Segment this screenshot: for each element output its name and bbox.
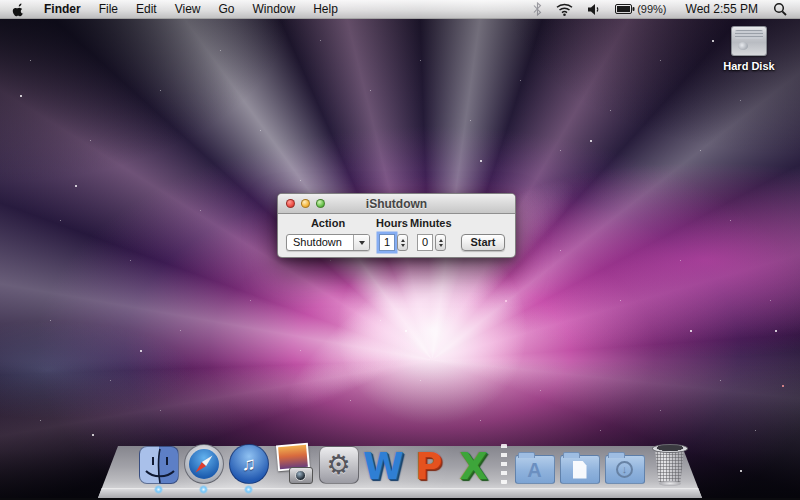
menu-item-edit[interactable]: Edit xyxy=(127,0,166,19)
menu-item-window[interactable]: Window xyxy=(244,0,305,19)
download-arrow-icon: ↓ xyxy=(616,461,633,478)
safari-icon xyxy=(184,444,224,484)
dock-item-documents-folder[interactable] xyxy=(558,442,601,484)
battery-menu[interactable]: (99%) xyxy=(610,0,675,18)
dock: ♫ ⚙ W P X A ↓ xyxy=(137,442,691,484)
stepper-up-icon xyxy=(401,239,405,242)
start-button[interactable]: Start xyxy=(461,234,505,251)
menu-item-view[interactable]: View xyxy=(166,0,210,19)
downloads-folder-icon: ↓ xyxy=(605,455,645,484)
spotlight-menu[interactable] xyxy=(768,0,792,18)
battery-percent: (99%) xyxy=(635,3,670,15)
close-button[interactable] xyxy=(286,199,295,208)
minimize-button[interactable] xyxy=(301,199,310,208)
dock-item-system-preferences[interactable]: ⚙ xyxy=(317,442,360,484)
minutes-label: Minutes xyxy=(410,217,448,229)
action-label: Action xyxy=(286,217,370,229)
action-selected-value: Shutdown xyxy=(293,236,342,248)
wifi-icon xyxy=(556,3,573,16)
dock-item-finder[interactable] xyxy=(137,442,180,484)
menu-bar: Finder File Edit View Go Window Help xyxy=(0,0,800,19)
chevron-down-icon xyxy=(359,241,365,245)
menu-item-app[interactable]: Finder xyxy=(35,0,90,19)
dock-item-powerpoint[interactable]: P xyxy=(407,442,450,484)
menu-item-file[interactable]: File xyxy=(90,0,127,19)
document-page-icon xyxy=(573,461,587,479)
wifi-menu[interactable] xyxy=(551,0,578,18)
dock-item-trash[interactable] xyxy=(648,442,691,484)
hours-label: Hours xyxy=(375,217,409,229)
spotlight-icon xyxy=(773,2,787,16)
action-select[interactable]: Shutdown xyxy=(286,234,370,251)
stepper-up-icon xyxy=(439,239,443,242)
dock-shelf-front xyxy=(98,488,702,498)
gear-icon: ⚙ xyxy=(319,446,359,484)
ishutdown-window: iShutdown Action Hours Minutes Shutdown … xyxy=(277,193,516,258)
word-icon: W xyxy=(363,449,404,484)
dock-item-word[interactable]: W xyxy=(362,442,405,484)
hard-disk-icon xyxy=(731,26,767,56)
stepper-down-icon xyxy=(439,244,443,247)
menu-item-go[interactable]: Go xyxy=(210,0,244,19)
menu-item-help[interactable]: Help xyxy=(304,0,347,19)
hard-disk-desktop-icon[interactable]: Hard Disk xyxy=(718,26,780,72)
documents-folder-icon xyxy=(560,455,600,484)
dock-item-excel[interactable]: X xyxy=(452,442,495,484)
zoom-button[interactable] xyxy=(316,199,325,208)
dock-item-downloads-folder[interactable]: ↓ xyxy=(603,442,646,484)
applications-emblem: A xyxy=(527,460,541,480)
volume-icon xyxy=(587,3,601,16)
menu-bar-status-area: (99%) Wed 2:55 PM xyxy=(528,0,800,18)
menu-clock[interactable]: Wed 2:55 PM xyxy=(680,2,764,16)
bluetooth-menu[interactable] xyxy=(528,0,547,18)
dock-item-iphoto[interactable] xyxy=(272,442,315,484)
apple-menu[interactable] xyxy=(0,2,35,17)
iphoto-icon xyxy=(273,444,315,484)
trash-icon xyxy=(652,444,688,484)
itunes-icon: ♫ xyxy=(229,444,269,484)
dock-item-itunes[interactable]: ♫ xyxy=(227,442,270,484)
apple-icon xyxy=(12,2,25,17)
battery-icon xyxy=(615,4,635,14)
powerpoint-icon: P xyxy=(415,449,442,484)
minutes-stepper[interactable] xyxy=(435,234,446,251)
dock-item-safari[interactable] xyxy=(182,442,225,484)
menu-bar-left: Finder File Edit View Go Window Help xyxy=(0,0,347,18)
dock-item-applications-folder[interactable]: A xyxy=(513,442,556,484)
volume-menu[interactable] xyxy=(582,0,606,18)
applications-folder-icon: A xyxy=(515,455,555,484)
finder-icon xyxy=(139,446,179,484)
music-note-glyph: ♫ xyxy=(241,453,255,475)
gear-glyph: ⚙ xyxy=(326,452,350,479)
hard-disk-label: Hard Disk xyxy=(718,60,780,72)
hours-input[interactable]: 1 xyxy=(379,234,395,251)
action-select-arrow-cell[interactable] xyxy=(353,235,369,250)
stepper-down-icon xyxy=(401,244,405,247)
dock-divider xyxy=(501,444,507,484)
minutes-input[interactable]: 0 xyxy=(417,234,433,251)
bluetooth-icon xyxy=(533,2,542,16)
window-titlebar[interactable]: iShutdown xyxy=(278,194,515,214)
hours-stepper[interactable] xyxy=(397,234,408,251)
traffic-lights xyxy=(278,199,325,208)
excel-icon: X xyxy=(459,449,488,484)
